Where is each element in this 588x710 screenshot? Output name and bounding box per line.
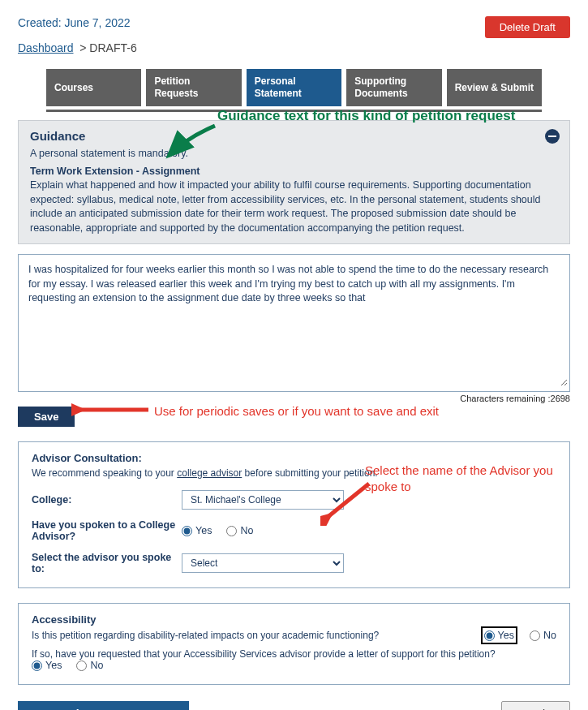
guidance-panel: Guidance A personal statement is mandato…: [18, 120, 570, 244]
spoken-label: Have you spoken to a College Advisor?: [32, 519, 182, 542]
delete-draft-button[interactable]: Delete Draft: [485, 16, 570, 38]
guidance-mandatory: A personal statement is mandatory.: [30, 148, 558, 159]
acc-q2-yes-label: Yes: [45, 660, 62, 671]
acc-q2-yes-radio[interactable]: [32, 661, 42, 671]
created-date: Created: June 7, 2022: [18, 16, 131, 29]
tab-petition-requests[interactable]: Petition Requests: [146, 69, 241, 106]
acc-q1: Is this petition regarding disability-re…: [32, 630, 479, 641]
accessibility-title: Accessibility: [32, 613, 556, 626]
acc-q2-no-option[interactable]: No: [76, 660, 103, 671]
back-button[interactable]: Back: [501, 701, 570, 710]
spoken-no-option[interactable]: No: [226, 525, 253, 536]
advisor-panel: Advisor Consultation: We recommend speak…: [18, 441, 570, 588]
select-advisor-label: Select the advisor you spoke to:: [32, 552, 182, 574]
guidance-title: Guidance: [30, 129, 558, 143]
statement-wrapper: [18, 254, 570, 392]
college-select[interactable]: St. Michael's College: [182, 490, 344, 510]
spoken-no-radio[interactable]: [226, 526, 237, 536]
spoken-yes-radio[interactable]: [182, 526, 192, 536]
acc-q1-no-radio[interactable]: [530, 630, 540, 641]
tab-personal-statement[interactable]: Personal Statement: [247, 69, 341, 106]
acc-q1-yes-option[interactable]: Yes: [483, 629, 515, 642]
collapse-icon[interactable]: [545, 129, 560, 144]
acc-q2-no-radio[interactable]: [76, 661, 87, 671]
advisor-sub-pre: We recommend speaking to your: [32, 467, 177, 479]
tab-bar: Courses Petition Requests Personal State…: [18, 69, 570, 106]
spoken-yes-option[interactable]: Yes: [182, 525, 212, 536]
tab-supporting-documents[interactable]: Supporting Documents: [346, 69, 441, 106]
save-button[interactable]: Save: [18, 407, 75, 427]
college-label: College:: [32, 494, 182, 506]
guidance-body: Explain what happened and how it impacte…: [30, 179, 558, 235]
acc-q1-no-option[interactable]: No: [530, 630, 556, 641]
acc-q2: If so, have you requested that your Acce…: [32, 648, 552, 660]
annotation-save: Use for periodic saves or if you want to…: [154, 404, 439, 418]
arrow-red-save-icon: [71, 401, 152, 419]
acc-q2-no-label: No: [90, 660, 103, 671]
tab-courses[interactable]: Courses: [46, 69, 141, 106]
breadcrumb-dashboard-link[interactable]: Dashboard: [18, 41, 74, 54]
guidance-subtype: Term Work Extension - Assignment: [30, 166, 558, 177]
personal-statement-input[interactable]: [20, 256, 568, 386]
advisor-select[interactable]: Select: [182, 553, 344, 573]
tab-divider: [46, 110, 542, 112]
advisor-sub-post: before submitting your petition.: [242, 467, 377, 479]
acc-q1-yes-label: Yes: [498, 630, 514, 641]
spoken-no-label: No: [240, 525, 253, 536]
accessibility-panel: Accessibility Is this petition regarding…: [18, 603, 570, 685]
advisor-subtitle: We recommend speaking to your college ad…: [32, 467, 556, 479]
breadcrumb: Dashboard > DRAFT-6: [18, 41, 570, 54]
spoken-yes-label: Yes: [195, 525, 212, 536]
acc-q1-yes-radio[interactable]: [484, 630, 495, 641]
acc-q1-no-label: No: [543, 630, 556, 641]
breadcrumb-current: DRAFT-6: [89, 41, 136, 54]
advisor-title: Advisor Consultation:: [32, 452, 556, 464]
tab-review-submit[interactable]: Review & Submit: [447, 69, 542, 106]
characters-remaining: Characters remaining :2698: [18, 394, 570, 403]
supporting-documents-button[interactable]: Supporting Documents >>: [18, 701, 189, 710]
acc-q2-yes-option[interactable]: Yes: [32, 660, 62, 671]
college-advisor-link[interactable]: college advisor: [177, 467, 242, 479]
